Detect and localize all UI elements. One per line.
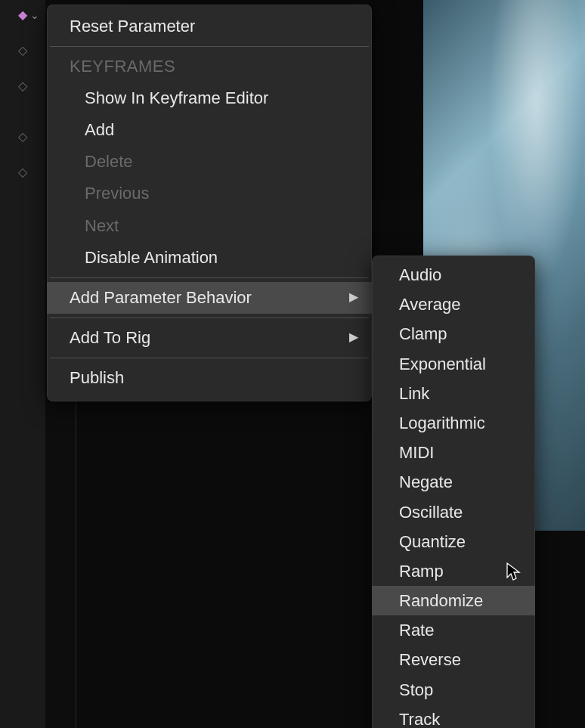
menu-item-label: Add	[85, 117, 114, 143]
keyframe-diamond-icon[interactable]: ◇	[18, 79, 27, 93]
menu-section-keyframes: KEYFRAMES	[47, 51, 372, 82]
behavior-rate[interactable]: Rate	[372, 615, 535, 645]
submenu-item-label: Reverse	[399, 650, 461, 669]
menu-item-label: Add Parameter Behavior	[70, 285, 252, 311]
menu-reset-parameter[interactable]: Reset Parameter	[47, 11, 372, 42]
menu-separator	[50, 277, 369, 278]
menu-previous-keyframe: Previous	[47, 178, 372, 209]
submenu-item-label: Stop	[399, 680, 433, 699]
behavior-ramp[interactable]: Ramp	[372, 556, 535, 586]
menu-item-label: Next	[85, 213, 119, 239]
menu-item-label: Publish	[70, 365, 124, 391]
submenu-item-label: Logarithmic	[399, 414, 485, 432]
keyframe-diamond-icon[interactable]: ◇	[18, 129, 27, 144]
menu-delete-keyframe: Delete	[47, 146, 372, 178]
parameter-behavior-submenu[interactable]: AudioAverageClampExponentialLinkLogarith…	[372, 256, 535, 728]
menu-item-label: Previous	[85, 181, 150, 206]
submenu-item-label: Randomize	[399, 591, 483, 610]
submenu-item-label: Average	[399, 295, 461, 314]
menu-separator	[50, 46, 369, 47]
behavior-average[interactable]: Average	[372, 290, 535, 319]
behavior-reverse[interactable]: Reverse	[372, 645, 535, 674]
submenu-item-label: MIDI	[399, 443, 434, 462]
submenu-item-label: Oscillate	[399, 503, 463, 522]
submenu-item-label: Track	[399, 710, 440, 728]
menu-show-in-keyframe-editor[interactable]: Show In Keyframe Editor	[47, 82, 372, 114]
behavior-oscillate[interactable]: Oscillate	[372, 497, 535, 527]
behavior-clamp[interactable]: Clamp	[372, 319, 535, 349]
behavior-stop[interactable]: Stop	[372, 675, 535, 705]
menu-add-parameter-behavior[interactable]: Add Parameter Behavior ▶	[47, 282, 372, 314]
submenu-item-label: Exponential	[399, 355, 486, 373]
submenu-item-label: Negate	[399, 472, 453, 491]
submenu-arrow-icon: ▶	[349, 288, 358, 307]
menu-next-keyframe: Next	[47, 210, 372, 242]
submenu-item-label: Quantize	[399, 532, 466, 551]
submenu-item-label: Rate	[399, 621, 434, 640]
menu-separator	[50, 318, 369, 318]
behavior-exponential[interactable]: Exponential	[372, 349, 535, 379]
keyframe-diamond-icon[interactable]: ◇	[18, 165, 27, 179]
menu-publish[interactable]: Publish	[47, 362, 372, 394]
menu-item-label: Delete	[85, 149, 133, 175]
keyframe-diamond-icon[interactable]: ◆	[18, 8, 27, 22]
chevron-down-icon[interactable]: ⌄	[30, 9, 39, 21]
submenu-item-label: Link	[399, 384, 429, 403]
menu-item-label: Reset Parameter	[70, 14, 195, 39]
behavior-link[interactable]: Link	[372, 379, 535, 408]
menu-add-to-rig[interactable]: Add To Rig ▶	[47, 322, 372, 354]
menu-disable-animation[interactable]: Disable Animation	[47, 242, 372, 274]
submenu-item-label: Audio	[399, 265, 441, 284]
behavior-logarithmic[interactable]: Logarithmic	[372, 408, 535, 438]
behavior-track[interactable]: Track	[372, 705, 535, 728]
submenu-item-label: Clamp	[399, 324, 447, 343]
menu-add-keyframe[interactable]: Add	[47, 114, 372, 146]
behavior-midi[interactable]: MIDI	[372, 438, 535, 467]
behavior-negate[interactable]: Negate	[372, 467, 535, 497]
menu-separator	[50, 358, 369, 358]
submenu-arrow-icon: ▶	[349, 328, 358, 347]
behavior-quantize[interactable]: Quantize	[372, 527, 535, 556]
keyframe-gutter: ◆ ◇ ◇ ◇ ◇	[0, 0, 45, 179]
behavior-randomize[interactable]: Randomize	[372, 586, 535, 615]
menu-item-label: Disable Animation	[85, 245, 218, 271]
keyframe-diamond-icon[interactable]: ◇	[18, 43, 27, 57]
menu-item-label: Add To Rig	[70, 325, 150, 351]
submenu-item-label: Ramp	[399, 562, 444, 581]
animation-context-menu[interactable]: Reset Parameter KEYFRAMES Show In Keyfra…	[47, 5, 372, 401]
menu-item-label: Show In Keyframe Editor	[85, 85, 268, 111]
behavior-audio[interactable]: Audio	[372, 260, 535, 290]
